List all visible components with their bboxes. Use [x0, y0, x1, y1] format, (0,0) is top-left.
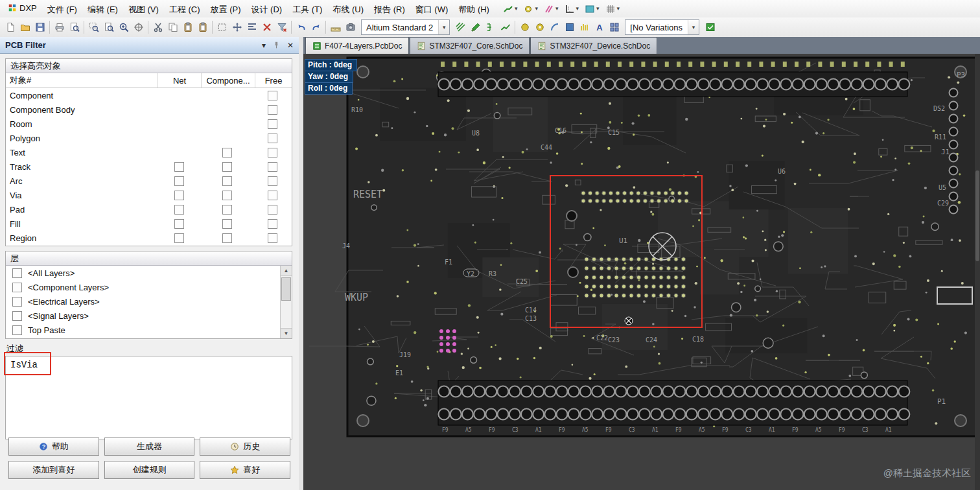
pencil-button[interactable] [468, 20, 483, 35]
fill-free-checkbox[interactable] [268, 219, 277, 229]
variations-combo[interactable]: [No Variations ▾ [625, 19, 699, 35]
filter-row-room[interactable]: Room [6, 117, 292, 131]
filter-row-via[interactable]: Via [6, 188, 292, 202]
pcb-editor-canvas[interactable]: RESETWKUPU1R10U8C44C16C15U6J4F1Y2R3C25C1… [303, 54, 980, 490]
text-component-checkbox[interactable] [222, 148, 232, 158]
variations-combo-caret[interactable]: ▾ [688, 20, 699, 34]
arc-component-checkbox[interactable] [222, 176, 232, 186]
filter-row-fill[interactable]: Fill [6, 216, 292, 231]
generator-button[interactable]: 生成器 [104, 438, 195, 456]
fill-net-checkbox[interactable] [174, 219, 184, 229]
menu-item-place[interactable]: 放置 (P) [205, 1, 246, 19]
menu-item-file[interactable]: 文件 (F) [42, 1, 82, 19]
via-net-checkbox[interactable] [174, 191, 184, 200]
electrical-layers-checkbox[interactable] [12, 297, 22, 307]
menu-item-help[interactable]: 帮助 (H) [453, 1, 495, 19]
route-dropdown[interactable]: ▾ [501, 3, 520, 16]
region-component-checkbox[interactable] [222, 233, 232, 243]
column-header-1[interactable]: Net [158, 73, 202, 88]
hatch-button[interactable] [453, 20, 468, 35]
coverage-button[interactable] [577, 20, 592, 35]
variant-button[interactable] [703, 20, 718, 35]
menu-item-design[interactable]: 设计 (D) [246, 1, 287, 19]
menu-item-project[interactable]: 工程 (C) [164, 1, 205, 19]
layer-item-all-layers[interactable]: <All Layers> [6, 266, 292, 280]
column-header-2[interactable]: Compone... [202, 73, 255, 88]
track-net-checkbox[interactable] [174, 162, 184, 172]
pad-component-checkbox[interactable] [222, 205, 232, 215]
via-component-checkbox[interactable] [222, 191, 232, 200]
save-button[interactable] [32, 20, 47, 35]
favorites-button[interactable]: 喜好 [200, 461, 290, 479]
create-rule-button[interactable]: 创建规则 [104, 461, 195, 479]
add-to-favorites-button[interactable]: 添加到喜好 [8, 461, 99, 479]
open-folder-button[interactable] [18, 20, 32, 35]
menu-item-window[interactable]: 窗口 (W) [410, 1, 454, 19]
undo-button[interactable] [294, 20, 309, 35]
canvas-vertical-scrollbar[interactable] [975, 54, 980, 490]
canvas-scroll-thumb[interactable] [975, 170, 979, 261]
plane-dropdown[interactable]: ▾ [583, 3, 601, 16]
menu-item-view[interactable]: 视图 (V) [123, 1, 164, 19]
text-free-checkbox[interactable] [268, 148, 277, 158]
filter-row-polygon[interactable]: Polygon [6, 131, 292, 145]
component-layers-checkbox[interactable] [12, 283, 22, 292]
clear-filter-button[interactable] [274, 20, 289, 35]
region-free-checkbox[interactable] [268, 233, 277, 243]
cross-probe-button[interactable] [131, 20, 146, 35]
pad-button[interactable] [517, 20, 532, 35]
string-button[interactable]: A [592, 20, 607, 35]
history-button[interactable]: 历史 [200, 438, 290, 456]
tab-pcbdoc[interactable]: F407-4Layers.PcbDoc [305, 37, 409, 54]
panel-menu-caret-icon[interactable]: ▾ [262, 41, 266, 50]
panel-close-icon[interactable]: ✕ [287, 41, 294, 50]
paste-button[interactable] [180, 20, 195, 35]
diff-pair-dropdown[interactable]: ▾ [542, 3, 561, 16]
layers-scrollbar[interactable]: ▲ ▼ [280, 266, 292, 338]
arc-net-checkbox[interactable] [174, 176, 184, 186]
layer-item-top-paste[interactable]: Top Paste [6, 323, 292, 337]
via-free-checkbox[interactable] [268, 191, 277, 200]
filter-row-pad[interactable]: Pad [6, 202, 292, 216]
pcb-board-view[interactable]: RESETWKUPU1R10U8C44C16C15U6J4F1Y2R3C25C1… [303, 54, 980, 490]
menu-item-reports[interactable]: 报告 (R) [369, 1, 410, 19]
filter-row-track[interactable]: Track [6, 159, 292, 174]
tab-device-schdoc[interactable]: STM32F407_Device.SchDoc [530, 37, 657, 54]
move-button[interactable] [229, 20, 244, 35]
region-net-checkbox[interactable] [174, 233, 184, 243]
layer-item-electrical-layers[interactable]: <Electrical Layers> [6, 294, 292, 309]
help-button[interactable]: ?帮助 [8, 438, 99, 456]
filter-row-component-body[interactable]: Component Body [6, 102, 292, 117]
via-style-dropdown[interactable]: ▾ [521, 3, 540, 16]
component-body-free-checkbox[interactable] [268, 105, 277, 115]
signal-layers-checkbox[interactable] [12, 311, 22, 321]
zoom-window-button[interactable] [86, 20, 101, 35]
select-area-button[interactable] [215, 20, 229, 35]
profile-combo[interactable]: Altium Standard 2 ▾ [361, 19, 450, 35]
copy-button[interactable] [165, 20, 180, 35]
room-free-checkbox[interactable] [268, 119, 277, 129]
new-document-button[interactable] [3, 20, 18, 35]
coordinate-dropdown[interactable]: ▾ [563, 3, 581, 16]
zoom-document-button[interactable] [101, 20, 116, 35]
top-paste-checkbox[interactable] [12, 325, 22, 335]
menu-item-route[interactable]: 布线 (U) [327, 1, 369, 19]
redo-button[interactable] [309, 20, 323, 35]
filter-row-component[interactable]: Component [6, 88, 292, 102]
scroll-up-icon[interactable]: ▲ [281, 266, 292, 276]
layer-item-component-layers[interactable]: <Component Layers> [6, 280, 292, 294]
print-preview-button[interactable] [67, 20, 82, 35]
panel-pin-icon[interactable] [272, 41, 281, 49]
cancel-button[interactable] [259, 20, 274, 35]
fill-component-checkbox[interactable] [222, 219, 232, 229]
wire-button[interactable] [498, 20, 513, 35]
zoom-in-button[interactable] [116, 20, 131, 35]
cut-button[interactable] [150, 20, 165, 35]
filter-row-arc[interactable]: Arc [6, 174, 292, 188]
tab-core-schdoc[interactable]: STM32F407_Core.SchDoc [410, 37, 530, 54]
pad-net-checkbox[interactable] [174, 205, 184, 215]
via-button[interactable] [532, 20, 547, 35]
menu-item-dxp[interactable]: DXP [3, 0, 42, 17]
all-layers-checkbox[interactable] [12, 268, 22, 278]
filter-expression-input[interactable]: IsVia [5, 356, 292, 439]
